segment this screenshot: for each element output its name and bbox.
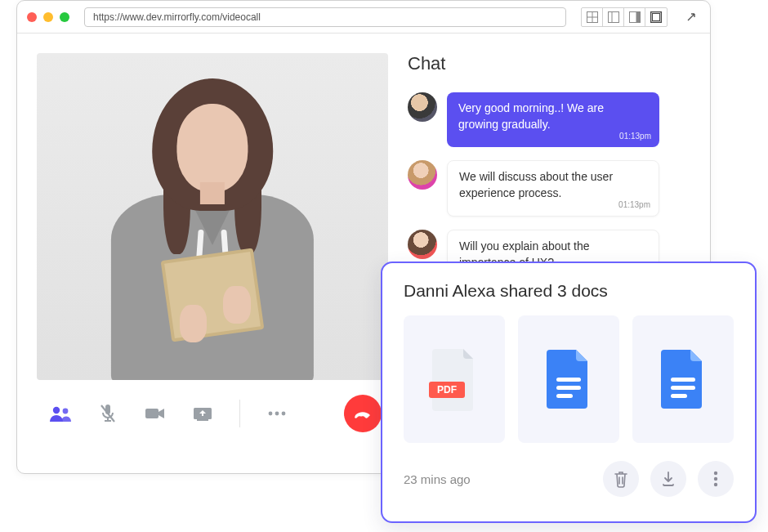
svg-point-9 <box>53 407 60 414</box>
svg-rect-26 <box>671 378 695 382</box>
svg-text:PDF: PDF <box>437 384 457 396</box>
svg-rect-3 <box>608 11 618 22</box>
more-horizontal-icon <box>267 410 287 417</box>
download-icon <box>660 470 676 488</box>
svg-point-30 <box>714 477 717 481</box>
close-window-button[interactable] <box>27 12 37 22</box>
video-feed <box>37 53 388 380</box>
doc-tile-gdoc[interactable] <box>518 315 619 443</box>
video-icon <box>144 405 167 422</box>
svg-rect-24 <box>556 386 581 390</box>
maximize-window-button[interactable] <box>60 12 69 22</box>
svg-rect-15 <box>145 409 159 418</box>
separator <box>239 400 240 427</box>
video-pane <box>17 34 393 473</box>
pdf-file-icon: PDF <box>429 347 480 411</box>
avatar <box>408 160 437 190</box>
layout-split-left-button[interactable] <box>603 8 624 26</box>
expand-button[interactable] <box>682 8 700 26</box>
layout-split-right-button[interactable] <box>624 8 645 26</box>
layout-grid-button[interactable] <box>582 8 603 26</box>
grid-icon <box>587 11 598 23</box>
participants-button[interactable] <box>48 401 73 426</box>
share-title: Danni Alexa shared 3 docs <box>404 281 734 301</box>
phone-hangup-icon <box>352 403 373 424</box>
avatar <box>408 92 437 122</box>
split-right-icon <box>629 11 641 23</box>
share-timestamp: 23 mins ago <box>404 472 471 486</box>
video-toggle-button[interactable] <box>143 401 167 426</box>
svg-rect-6 <box>636 11 640 22</box>
avatar <box>408 230 437 259</box>
svg-rect-23 <box>556 378 581 382</box>
more-vertical-icon <box>713 471 718 487</box>
share-footer: 23 mins ago <box>404 461 734 497</box>
more-options-button[interactable] <box>265 401 289 426</box>
doc-tile-gdoc[interactable] <box>632 315 734 443</box>
svg-point-20 <box>282 412 286 416</box>
mute-button[interactable] <box>96 401 120 426</box>
chat-title: Chat <box>408 53 692 74</box>
window-controls <box>27 12 69 22</box>
message-time: 01:13pm <box>619 131 651 142</box>
gdoc-file-icon <box>545 348 592 410</box>
download-button[interactable] <box>650 461 686 497</box>
svg-rect-8 <box>653 13 660 20</box>
share-screen-icon <box>191 405 214 422</box>
split-left-icon <box>608 11 619 23</box>
svg-point-19 <box>275 412 279 416</box>
message-bubble: We will discuss about the user experienc… <box>447 160 659 217</box>
full-icon <box>650 11 662 23</box>
shared-docs-card: Danni Alexa shared 3 docs PDF <box>381 262 757 523</box>
svg-rect-25 <box>556 394 573 398</box>
call-controls <box>37 380 393 432</box>
svg-point-31 <box>714 483 717 486</box>
expand-arrow-icon <box>685 11 697 23</box>
address-bar[interactable]: https://www.dev.mirrorfly.com/videocall <box>84 7 566 27</box>
minimize-window-button[interactable] <box>43 12 53 22</box>
svg-point-18 <box>269 412 273 416</box>
more-button[interactable] <box>698 461 734 497</box>
chat-message: Very good morning..! We are growing grad… <box>408 92 692 147</box>
svg-rect-17 <box>197 419 208 421</box>
hangup-button[interactable] <box>344 395 382 432</box>
trash-icon <box>613 470 629 488</box>
layout-toolbar <box>581 7 668 27</box>
participant-video <box>37 53 388 380</box>
gdoc-file-icon <box>659 348 707 410</box>
svg-point-10 <box>63 409 69 414</box>
participants-icon <box>49 405 72 422</box>
url-text: https://www.dev.mirrorfly.com/videocall <box>93 11 261 23</box>
chat-message: We will discuss about the user experienc… <box>408 160 692 217</box>
svg-rect-27 <box>671 386 695 390</box>
delete-button[interactable] <box>603 461 639 497</box>
message-time: 01:13pm <box>618 199 650 211</box>
svg-rect-28 <box>671 394 687 398</box>
share-screen-button[interactable] <box>190 401 215 426</box>
message-bubble: Very good morning..! We are growing grad… <box>447 92 659 147</box>
layout-full-button[interactable] <box>645 8 667 26</box>
svg-point-29 <box>714 472 717 475</box>
share-actions <box>603 461 734 497</box>
doc-list: PDF <box>404 315 734 443</box>
mic-muted-icon <box>98 403 118 424</box>
doc-tile-pdf[interactable]: PDF <box>404 315 505 443</box>
titlebar: https://www.dev.mirrorfly.com/videocall <box>17 1 710 34</box>
